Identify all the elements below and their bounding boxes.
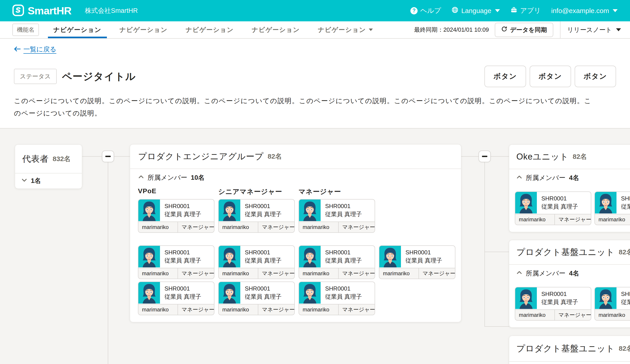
- member-card-row: SHR0001 従業員 真理子 marimariko マネージャー: [138, 282, 375, 315]
- employee-role: マネージャー: [555, 214, 591, 225]
- employee-id: SHR0001: [325, 202, 362, 210]
- employee-avatar-illustration: [515, 287, 537, 309]
- members-count: 4名: [569, 174, 579, 182]
- employee-card-meta: marimariko マネージャー: [219, 268, 294, 279]
- employee-name: 従業員 真理子: [245, 293, 282, 301]
- members-section-toggle[interactable]: 所属メンバー 4名: [516, 269, 579, 278]
- employee-avatar-illustration: [138, 246, 160, 267]
- employee-card-top: SHR0001 従業員 真理子: [219, 282, 294, 304]
- sync-data-button[interactable]: データを同期: [495, 23, 553, 37]
- connector-line: [108, 162, 108, 364]
- employee-card[interactable]: SHR0001 従業員 真理子 marimariko マネージャー: [298, 199, 375, 233]
- employee-id: SHR0001: [541, 290, 578, 298]
- nav-tab-4[interactable]: ナビゲーション: [246, 21, 305, 38]
- employee-avatar: [219, 282, 240, 304]
- employee-card-top: SHR0001 従業員 真理子: [138, 282, 214, 304]
- employee-name: 従業員 真理子: [541, 203, 578, 211]
- org-chart-canvas: 代表者 832名 1名 プロダクトエンジニアグループ 82名: [0, 128, 630, 364]
- employee-avatar-illustration: [515, 192, 537, 213]
- employee-card[interactable]: SHR0001 従業員 真理子 marimariko マネージャー: [515, 191, 591, 225]
- smarthr-logo[interactable]: SmartHR: [12, 4, 71, 17]
- org-node-title: プロダクト基盤ユニット: [516, 343, 615, 354]
- employee-card[interactable]: SHR0001 従業員 真理子 marimariko マネージャー: [138, 282, 214, 315]
- employee-card[interactable]: SHR0001 従業員 真理子 marimariko マネージャー: [594, 287, 630, 321]
- member-card-row: SHR0001 従業員 真理子 marimariko マネージャー: [138, 199, 375, 233]
- employee-card-top: SHR0001 従業員 真理子: [595, 287, 630, 309]
- page-action-button-2[interactable]: ボタン: [530, 66, 571, 87]
- page-description: このページについての説明。このページについての説明。このページについての説明。こ…: [14, 95, 616, 127]
- globe-icon: [451, 6, 458, 15]
- member-card-row: SHR0001 従業員 真理子 marimariko マネージャー: [138, 245, 456, 279]
- page-action-button-3[interactable]: ボタン: [575, 66, 616, 87]
- employee-role: マネージャー: [419, 268, 456, 279]
- nav-tab-5[interactable]: ナビゲーション: [312, 21, 378, 38]
- employee-id: SHR0001: [621, 194, 630, 203]
- back-arrow-icon: [14, 46, 21, 53]
- members-section-toggle[interactable]: 所属メンバー 4名: [516, 174, 579, 182]
- employee-card-top: SHR0001 従業員 真理子: [138, 199, 214, 221]
- employee-id: SHR0001: [164, 248, 201, 257]
- account-menu[interactable]: info@example.com: [551, 7, 618, 14]
- nav-tab-3[interactable]: ナビゲーション: [180, 21, 239, 38]
- member-card-row: SHR0001 従業員 真理子 marimariko マネージャー: [515, 287, 630, 321]
- nav-tab-2[interactable]: ナビゲーション: [114, 21, 173, 38]
- employee-card-top: SHR0001 従業員 真理子: [379, 246, 455, 268]
- card-divider: [130, 169, 461, 169]
- page-action-button-1[interactable]: ボタン: [484, 66, 526, 87]
- org-node-title: プロダクトエンジニアグループ: [138, 151, 264, 162]
- employee-card-meta: marimariko マネージャー: [299, 304, 374, 315]
- employee-card-meta: marimariko マネージャー: [138, 268, 214, 279]
- connector-line: [484, 162, 485, 327]
- employee-name: 従業員 真理子: [541, 298, 578, 306]
- employee-avatar: [299, 199, 320, 221]
- employee-card[interactable]: SHR0001 従業員 真理子 marimariko マネージャー: [298, 282, 375, 315]
- org-node-side-group-2: プロダクト基盤ユニット 82名 所属メンバー 4名: [509, 240, 630, 328]
- employee-card[interactable]: SHR0001 従業員 真理子 marimariko マネージャー: [515, 287, 591, 321]
- employee-id: SHR0001: [245, 248, 282, 257]
- employee-card[interactable]: SHR0001 従業員 真理子 marimariko マネージャー: [218, 245, 295, 279]
- employee-username: marimariko: [515, 214, 555, 225]
- role-label: VPoE: [138, 187, 156, 195]
- collapse-node-button[interactable]: [102, 151, 114, 162]
- nav-tab-1[interactable]: ナビゲーション: [48, 21, 107, 38]
- collapse-node-button[interactable]: [478, 151, 491, 162]
- employee-card[interactable]: SHR0001 従業員 真理子 marimariko マネージャー: [379, 245, 456, 279]
- release-notes-menu[interactable]: リリースノート: [567, 26, 621, 34]
- employee-card[interactable]: SHR0001 従業員 真理子 marimariko マネージャー: [138, 245, 214, 279]
- employee-card-top: SHR0001 従業員 真理子: [299, 199, 374, 221]
- employee-avatar-illustration: [299, 282, 320, 304]
- employee-avatar: [138, 282, 160, 304]
- language-label: Language: [461, 7, 491, 14]
- apps-briefcase-icon: [510, 6, 518, 15]
- employee-avatar: [595, 287, 616, 309]
- employee-card-top: SHR0001 従業員 真理子: [219, 246, 294, 268]
- back-to-list-link[interactable]: 一覧に戻る: [14, 45, 56, 54]
- chevron-up-icon: [516, 270, 522, 277]
- employee-role: マネージャー: [338, 305, 375, 315]
- card-divider: [509, 264, 630, 265]
- employee-card[interactable]: SHR0001 従業員 真理子 marimariko マネージャー: [218, 199, 295, 233]
- expand-members-toggle[interactable]: 1名: [15, 173, 82, 188]
- language-menu[interactable]: Language: [451, 6, 500, 15]
- employee-name: 従業員 真理子: [621, 203, 630, 211]
- employee-card[interactable]: SHR0001 従業員 真理子 marimariko マネージャー: [218, 282, 295, 315]
- help-icon: ?: [410, 7, 418, 14]
- help-link[interactable]: ? ヘルプ: [410, 6, 441, 15]
- org-node-root[interactable]: 代表者 832名 1名: [15, 145, 82, 189]
- members-section-toggle[interactable]: 所属メンバー 10名: [138, 173, 204, 182]
- employee-card[interactable]: SHR0001 従業員 真理子 marimariko マネージャー: [138, 199, 214, 233]
- status-badge: ステータス: [14, 69, 57, 84]
- feature-name-badge: 機能名: [12, 23, 39, 36]
- employee-role: マネージャー: [258, 222, 295, 232]
- member-card-row: SHR0001 従業員 真理子 marimariko マネージャー: [515, 191, 630, 225]
- employee-name: 従業員 真理子: [164, 257, 201, 265]
- employee-avatar-illustration: [379, 246, 401, 267]
- employee-card[interactable]: SHR0001 従業員 真理子 marimariko マネージャー: [594, 191, 630, 225]
- refresh-icon: [501, 26, 508, 34]
- employee-username: marimariko: [515, 310, 555, 320]
- employee-name: 従業員 真理子: [406, 257, 442, 265]
- apps-menu[interactable]: アプリ: [510, 6, 541, 15]
- employee-username: marimariko: [299, 222, 338, 232]
- role-label: マネージャー: [298, 187, 341, 196]
- employee-card[interactable]: SHR0001 従業員 真理子 marimariko マネージャー: [298, 245, 375, 279]
